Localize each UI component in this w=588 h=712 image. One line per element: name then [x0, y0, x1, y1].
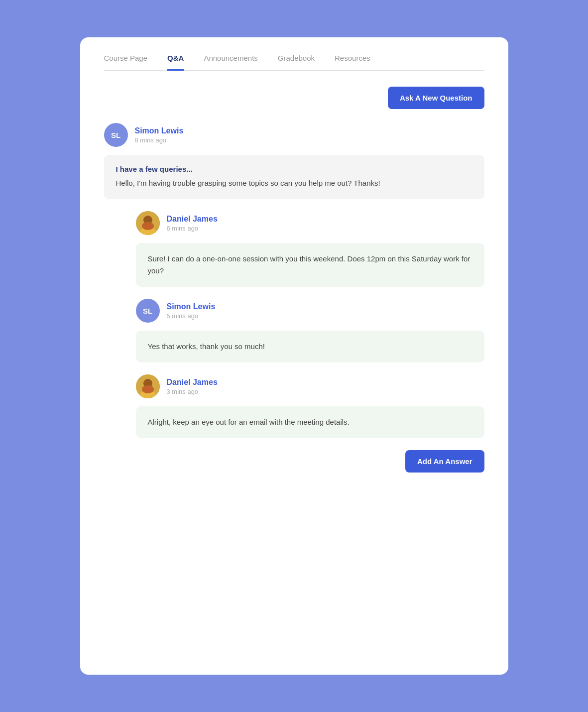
replies-section: Daniel James 6 mins ago Sure! I can do a…	[136, 211, 484, 438]
ask-button-row: Ask A New Question	[104, 87, 484, 109]
reply-1-bubble: Sure! I can do a one-on-one session with…	[136, 243, 484, 287]
reply-1: Daniel James 6 mins ago Sure! I can do a…	[136, 211, 484, 287]
reply-2: SL Simon Lewis 5 mins ago Yes that works…	[136, 299, 484, 362]
main-card: Course Page Q&A Announcements Gradebook …	[80, 37, 508, 675]
reply-2-text: Yes that works, thank you so much!	[148, 341, 472, 353]
reply-2-author-info: Simon Lewis 5 mins ago	[167, 302, 216, 320]
reply-1-author-info: Daniel James 6 mins ago	[167, 215, 218, 232]
tab-resources[interactable]: Resources	[335, 54, 370, 71]
svg-point-3	[142, 222, 154, 230]
reply-3-bubble: Alright, keep an eye out for an email wi…	[136, 406, 484, 438]
tab-announcements[interactable]: Announcements	[204, 54, 257, 71]
reply-2-bubble: Yes that works, thank you so much!	[136, 331, 484, 362]
question-title: I have a few queries...	[116, 165, 472, 173]
reply-3-author-row: Daniel James 3 mins ago	[136, 374, 484, 398]
reply-1-author-name: Daniel James	[167, 215, 218, 224]
avatar-simon-lewis: SL	[104, 123, 128, 147]
tab-qa[interactable]: Q&A	[167, 54, 184, 71]
reply-1-author-row: Daniel James 6 mins ago	[136, 211, 484, 235]
question-body: Hello, I'm having trouble grasping some …	[116, 177, 472, 189]
tab-gradebook[interactable]: Gradebook	[278, 54, 315, 71]
reply-3: Daniel James 3 mins ago Alright, keep an…	[136, 374, 484, 438]
add-answer-button[interactable]: Add An Answer	[405, 450, 484, 473]
tab-course-page[interactable]: Course Page	[104, 54, 148, 71]
question-author-time: 8 mins ago	[135, 136, 184, 144]
question-author-row: SL Simon Lewis 8 mins ago	[104, 123, 484, 147]
question-section: SL Simon Lewis 8 mins ago I have a few q…	[104, 123, 484, 199]
reply-1-author-time: 6 mins ago	[167, 225, 218, 232]
reply-3-author-time: 3 mins ago	[167, 388, 218, 395]
avatar-daniel-james-2	[136, 374, 160, 398]
svg-point-7	[142, 385, 154, 393]
reply-1-text: Sure! I can do a one-on-one session with…	[148, 253, 472, 277]
ask-new-question-button[interactable]: Ask A New Question	[388, 87, 484, 109]
nav-tabs: Course Page Q&A Announcements Gradebook …	[104, 53, 484, 71]
question-author-info: Simon Lewis 8 mins ago	[135, 126, 184, 144]
reply-2-author-time: 5 mins ago	[167, 312, 216, 320]
reply-2-author-name: Simon Lewis	[167, 302, 216, 311]
question-bubble: I have a few queries... Hello, I'm havin…	[104, 155, 484, 199]
reply-3-author-info: Daniel James 3 mins ago	[167, 378, 218, 395]
reply-3-text: Alright, keep an eye out for an email wi…	[148, 416, 472, 428]
reply-2-author-row: SL Simon Lewis 5 mins ago	[136, 299, 484, 323]
avatar-simon-lewis-2: SL	[136, 299, 160, 323]
avatar-daniel-james-1	[136, 211, 160, 235]
question-author-name: Simon Lewis	[135, 126, 184, 135]
reply-3-author-name: Daniel James	[167, 378, 218, 387]
add-answer-row: Add An Answer	[104, 450, 484, 473]
